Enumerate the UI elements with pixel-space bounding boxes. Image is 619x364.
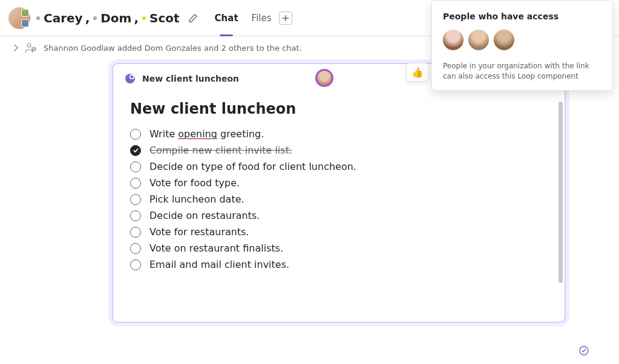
loop-logo-icon — [124, 73, 136, 85]
task-item[interactable]: Email and mail client invites. — [130, 256, 548, 273]
task-checkbox[interactable] — [130, 259, 141, 270]
tabs: Chat Files — [215, 0, 272, 36]
participant-name: Carey — [44, 11, 83, 25]
task-item[interactable]: Decide on type of food for client lunche… — [130, 158, 548, 175]
loop-card-title[interactable]: New client luncheon — [142, 74, 239, 83]
loop-card-body[interactable]: New client luncheon Write opening greeti… — [113, 88, 565, 316]
editing-user-avatar[interactable] — [315, 69, 333, 87]
participant-name: Scot — [149, 11, 180, 25]
task-item[interactable]: Write opening greeting. — [130, 126, 548, 142]
document-title[interactable]: New client luncheon — [130, 100, 548, 117]
task-checkbox[interactable] — [130, 194, 141, 205]
tab-files[interactable]: Files — [252, 0, 272, 36]
popover-avatars — [443, 30, 601, 50]
task-item[interactable]: Compile new client invite list. — [130, 142, 548, 158]
task-text[interactable]: Compile new client invite list. — [149, 145, 292, 156]
task-checkbox[interactable] — [130, 243, 141, 254]
edit-name-icon[interactable] — [186, 11, 200, 25]
svg-point-4 — [131, 76, 133, 78]
task-checkbox[interactable] — [130, 227, 141, 238]
loop-component-card: New client luncheon New client luncheon … — [112, 63, 566, 323]
add-tab-button[interactable] — [279, 11, 292, 25]
task-text[interactable]: Decide on type of food for client lunche… — [149, 161, 356, 172]
task-checkbox[interactable] — [130, 161, 141, 172]
task-text[interactable]: Vote for food type. — [149, 177, 240, 189]
task-checkbox[interactable] — [130, 210, 141, 221]
task-checkbox[interactable] — [130, 178, 141, 189]
chat-title: Carey, Dom, Scot — [35, 11, 180, 25]
svg-point-0 — [27, 44, 31, 47]
task-text[interactable]: Decide on restaurants. — [149, 210, 260, 221]
task-item[interactable]: Vote on restaurant finalists. — [130, 240, 548, 256]
tab-chat[interactable]: Chat — [215, 0, 238, 36]
presence-icon — [92, 15, 98, 21]
popover-description: People in your organization with the lin… — [443, 61, 601, 82]
task-checkbox[interactable] — [130, 129, 141, 140]
task-item[interactable]: Decide on restaurants. — [130, 207, 548, 224]
expand-icon[interactable] — [11, 44, 18, 51]
group-avatar[interactable] — [8, 7, 30, 29]
avatar[interactable] — [468, 30, 489, 50]
task-checkbox[interactable] — [130, 145, 141, 156]
popover-title: People who have access — [443, 11, 601, 21]
task-item[interactable]: Pick luncheon date. — [130, 191, 548, 207]
task-text[interactable]: Email and mail client invites. — [149, 259, 289, 270]
person-add-icon — [24, 41, 38, 54]
task-item[interactable]: Vote for restaurants. — [130, 224, 548, 240]
participant-name: Dom — [100, 11, 131, 25]
task-item[interactable]: Vote for food type. — [130, 175, 548, 191]
presence-icon — [35, 15, 41, 21]
avatar[interactable] — [443, 30, 463, 50]
sent-check-icon — [579, 346, 589, 356]
avatar[interactable] — [494, 30, 514, 50]
reaction-thumbs-up[interactable]: 👍 — [406, 63, 429, 82]
task-text[interactable]: Vote on restaurant finalists. — [149, 242, 283, 254]
system-message-text: Shannon Goodlaw added Dom Gonzales and 2… — [44, 44, 302, 53]
presence-icon — [141, 15, 147, 21]
task-text[interactable]: Pick luncheon date. — [149, 193, 244, 205]
scrollbar[interactable] — [558, 102, 563, 283]
task-text[interactable]: Write opening greeting. — [149, 128, 264, 140]
task-text[interactable]: Vote for restaurants. — [149, 226, 249, 238]
access-popover: People who have access People in your or… — [431, 0, 613, 91]
